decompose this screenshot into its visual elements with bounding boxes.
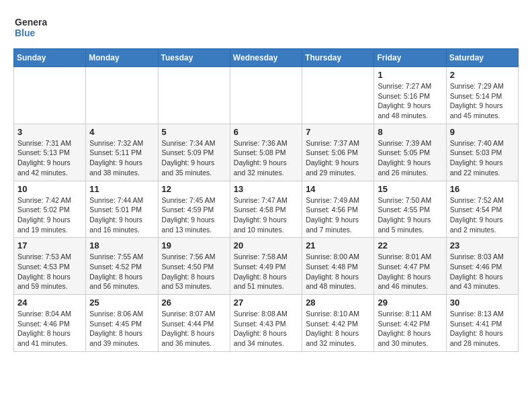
empty-cell [302, 67, 374, 124]
day-cell-18: 18Sunrise: 7:55 AM Sunset: 4:52 PM Dayli… [86, 238, 158, 295]
day-cell-23: 23Sunrise: 8:03 AM Sunset: 4:46 PM Dayli… [446, 238, 518, 295]
day-cell-21: 21Sunrise: 8:00 AM Sunset: 4:48 PM Dayli… [302, 238, 374, 295]
day-cell-7: 7Sunrise: 7:37 AM Sunset: 5:06 PM Daylig… [302, 124, 374, 181]
day-cell-20: 20Sunrise: 7:58 AM Sunset: 4:49 PM Dayli… [230, 238, 302, 295]
day-number: 1 [378, 70, 442, 80]
day-cell-1: 1Sunrise: 7:27 AM Sunset: 5:16 PM Daylig… [374, 67, 446, 124]
day-number: 15 [378, 184, 442, 194]
header-day-thursday: Thursday [302, 49, 374, 67]
day-number: 25 [89, 298, 154, 308]
day-info: Sunrise: 7:37 AM Sunset: 5:06 PM Dayligh… [306, 138, 370, 178]
day-number: 20 [234, 240, 298, 250]
svg-text:General: General [15, 17, 47, 28]
day-cell-26: 26Sunrise: 8:07 AM Sunset: 4:44 PM Dayli… [158, 295, 230, 352]
day-info: Sunrise: 7:36 AM Sunset: 5:08 PM Dayligh… [234, 138, 298, 178]
day-number: 4 [89, 127, 154, 137]
day-info: Sunrise: 7:45 AM Sunset: 4:59 PM Dayligh… [162, 195, 226, 235]
day-info: Sunrise: 7:53 AM Sunset: 4:53 PM Dayligh… [17, 252, 82, 291]
day-cell-19: 19Sunrise: 7:56 AM Sunset: 4:50 PM Dayli… [158, 238, 230, 295]
day-cell-24: 24Sunrise: 8:04 AM Sunset: 4:46 PM Dayli… [14, 295, 86, 352]
empty-cell [158, 67, 230, 124]
day-number: 8 [378, 127, 442, 137]
day-number: 12 [162, 184, 226, 194]
svg-text:Blue: Blue [15, 28, 36, 38]
day-info: Sunrise: 8:00 AM Sunset: 4:48 PM Dayligh… [306, 252, 370, 291]
day-info: Sunrise: 8:03 AM Sunset: 4:46 PM Dayligh… [450, 252, 515, 291]
week-row-4: 17Sunrise: 7:53 AM Sunset: 4:53 PM Dayli… [14, 238, 519, 295]
day-info: Sunrise: 8:01 AM Sunset: 4:47 PM Dayligh… [378, 252, 442, 291]
day-cell-5: 5Sunrise: 7:34 AM Sunset: 5:09 PM Daylig… [158, 124, 230, 181]
day-info: Sunrise: 8:06 AM Sunset: 4:45 PM Dayligh… [89, 309, 154, 349]
day-number: 17 [17, 240, 82, 250]
week-row-1: 1Sunrise: 7:27 AM Sunset: 5:16 PM Daylig… [14, 67, 519, 124]
week-row-5: 24Sunrise: 8:04 AM Sunset: 4:46 PM Dayli… [14, 295, 519, 352]
day-info: Sunrise: 8:07 AM Sunset: 4:44 PM Dayligh… [162, 309, 226, 349]
day-info: Sunrise: 8:11 AM Sunset: 4:42 PM Dayligh… [378, 309, 442, 349]
day-info: Sunrise: 7:47 AM Sunset: 4:58 PM Dayligh… [234, 195, 298, 235]
day-cell-28: 28Sunrise: 8:10 AM Sunset: 4:42 PM Dayli… [302, 295, 374, 352]
day-info: Sunrise: 8:10 AM Sunset: 4:42 PM Dayligh… [306, 309, 370, 349]
empty-cell [86, 67, 158, 124]
day-cell-30: 30Sunrise: 8:13 AM Sunset: 4:41 PM Dayli… [446, 295, 518, 352]
logo: GeneralBlue [13, 13, 47, 42]
day-cell-2: 2Sunrise: 7:29 AM Sunset: 5:14 PM Daylig… [446, 67, 518, 124]
day-info: Sunrise: 7:44 AM Sunset: 5:01 PM Dayligh… [89, 195, 154, 235]
day-info: Sunrise: 7:55 AM Sunset: 4:52 PM Dayligh… [89, 252, 154, 291]
header-day-tuesday: Tuesday [158, 49, 230, 67]
day-info: Sunrise: 7:52 AM Sunset: 4:54 PM Dayligh… [450, 195, 515, 235]
day-info: Sunrise: 8:08 AM Sunset: 4:43 PM Dayligh… [234, 309, 298, 349]
day-number: 13 [234, 184, 298, 194]
day-info: Sunrise: 7:58 AM Sunset: 4:49 PM Dayligh… [234, 252, 298, 291]
day-number: 6 [234, 127, 298, 137]
day-info: Sunrise: 7:34 AM Sunset: 5:09 PM Dayligh… [162, 138, 226, 178]
day-cell-9: 9Sunrise: 7:40 AM Sunset: 5:03 PM Daylig… [446, 124, 518, 181]
week-row-3: 10Sunrise: 7:42 AM Sunset: 5:02 PM Dayli… [14, 181, 519, 238]
day-number: 5 [162, 127, 226, 137]
day-cell-6: 6Sunrise: 7:36 AM Sunset: 5:08 PM Daylig… [230, 124, 302, 181]
day-number: 3 [17, 127, 82, 137]
day-number: 14 [306, 184, 370, 194]
header-day-saturday: Saturday [446, 49, 518, 67]
day-number: 27 [234, 298, 298, 308]
day-info: Sunrise: 7:32 AM Sunset: 5:11 PM Dayligh… [89, 138, 154, 178]
header-day-wednesday: Wednesday [230, 49, 302, 67]
day-info: Sunrise: 7:50 AM Sunset: 4:55 PM Dayligh… [378, 195, 442, 235]
day-number: 21 [306, 240, 370, 250]
header: GeneralBlue [13, 13, 519, 42]
day-info: Sunrise: 7:40 AM Sunset: 5:03 PM Dayligh… [450, 138, 515, 178]
day-cell-22: 22Sunrise: 8:01 AM Sunset: 4:47 PM Dayli… [374, 238, 446, 295]
day-cell-17: 17Sunrise: 7:53 AM Sunset: 4:53 PM Dayli… [14, 238, 86, 295]
day-cell-25: 25Sunrise: 8:06 AM Sunset: 4:45 PM Dayli… [86, 295, 158, 352]
day-cell-12: 12Sunrise: 7:45 AM Sunset: 4:59 PM Dayli… [158, 181, 230, 238]
day-cell-15: 15Sunrise: 7:50 AM Sunset: 4:55 PM Dayli… [374, 181, 446, 238]
day-info: Sunrise: 7:27 AM Sunset: 5:16 PM Dayligh… [378, 81, 442, 121]
day-cell-14: 14Sunrise: 7:49 AM Sunset: 4:56 PM Dayli… [302, 181, 374, 238]
header-day-friday: Friday [374, 49, 446, 67]
week-row-2: 3Sunrise: 7:31 AM Sunset: 5:13 PM Daylig… [14, 124, 519, 181]
day-number: 26 [162, 298, 226, 308]
day-cell-4: 4Sunrise: 7:32 AM Sunset: 5:11 PM Daylig… [86, 124, 158, 181]
day-cell-29: 29Sunrise: 8:11 AM Sunset: 4:42 PM Dayli… [374, 295, 446, 352]
logo-svg: GeneralBlue [13, 13, 47, 42]
day-cell-8: 8Sunrise: 7:39 AM Sunset: 5:05 PM Daylig… [374, 124, 446, 181]
header-day-sunday: Sunday [14, 49, 86, 67]
header-row: SundayMondayTuesdayWednesdayThursdayFrid… [14, 49, 519, 67]
day-number: 18 [89, 240, 154, 250]
day-number: 24 [17, 298, 82, 308]
day-info: Sunrise: 7:31 AM Sunset: 5:13 PM Dayligh… [17, 138, 82, 178]
day-info: Sunrise: 7:49 AM Sunset: 4:56 PM Dayligh… [306, 195, 370, 235]
day-number: 19 [162, 240, 226, 250]
day-info: Sunrise: 8:04 AM Sunset: 4:46 PM Dayligh… [17, 309, 82, 349]
day-info: Sunrise: 8:13 AM Sunset: 4:41 PM Dayligh… [450, 309, 515, 349]
day-number: 23 [450, 240, 515, 250]
calendar-table: SundayMondayTuesdayWednesdayThursdayFrid… [13, 48, 519, 352]
day-info: Sunrise: 7:56 AM Sunset: 4:50 PM Dayligh… [162, 252, 226, 291]
day-cell-10: 10Sunrise: 7:42 AM Sunset: 5:02 PM Dayli… [14, 181, 86, 238]
empty-cell [14, 67, 86, 124]
day-number: 16 [450, 184, 515, 194]
day-number: 2 [450, 70, 515, 80]
day-number: 7 [306, 127, 370, 137]
day-number: 10 [17, 184, 82, 194]
day-number: 9 [450, 127, 515, 137]
header-day-monday: Monday [86, 49, 158, 67]
